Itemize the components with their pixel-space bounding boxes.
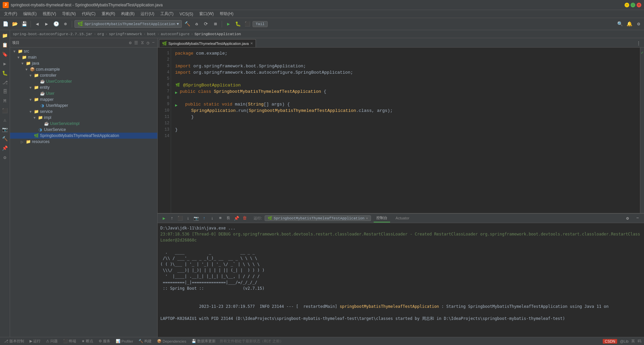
tree-item-main-app[interactable]: ▷ 🌿 SpringbootMybatisThymeleafTestApplic… [10, 133, 157, 139]
run-scroll-down-button[interactable]: ↓ [184, 215, 192, 222]
status-vcs[interactable]: ⎇ 版本控制 [3, 339, 25, 344]
tree-item-resources[interactable]: ▷ 📁 resources [10, 139, 157, 145]
status-terminal[interactable]: ⬛ 终端 [62, 339, 77, 344]
run-up-arrow-button[interactable]: ↑ [201, 215, 208, 222]
bookmarks-icon[interactable]: 🔖 [1, 50, 9, 58]
tree-item-impl[interactable]: ▼ 📁 impl [10, 115, 157, 121]
run-panel-minimize-button[interactable]: − [634, 215, 641, 222]
run-camera-button[interactable]: 📷 [193, 215, 200, 222]
maven-icon[interactable]: M [1, 97, 9, 105]
bc-boot[interactable]: boot [147, 32, 156, 36]
run-copy-button[interactable]: ⎘ [225, 215, 232, 222]
close-button[interactable]: ✕ [637, 3, 641, 7]
build-button[interactable]: 🔨 [183, 20, 191, 28]
run-stop-button[interactable]: ⬛ [176, 215, 184, 222]
new-file-button[interactable]: 📄 [1, 20, 9, 28]
run-tab-console[interactable]: 控制台 [374, 214, 390, 222]
menu-help[interactable]: 帮助(H) [217, 10, 236, 17]
sync-button[interactable]: ⟳ [202, 20, 210, 28]
menu-view[interactable]: 视图(V) [40, 10, 59, 17]
save-button[interactable]: 💾 [20, 20, 28, 28]
target-button[interactable]: ⊕ [61, 20, 69, 28]
status-build[interactable]: 🔨 构建 [137, 339, 153, 344]
problems-icon[interactable]: ⚠ [1, 116, 9, 124]
structure-icon[interactable]: 📋 [1, 41, 9, 49]
run-panel-settings-button[interactable]: ⚙ [624, 215, 631, 222]
tab-close-button[interactable]: ✕ [250, 42, 253, 45]
tree-item-userserviceimpl[interactable]: ▷ ☕ UserServiceImpl [10, 121, 157, 127]
menu-run[interactable]: 运行(U) [138, 10, 157, 17]
bc-org[interactable]: org [97, 32, 104, 36]
build-icon-left[interactable]: 🔨 [1, 135, 9, 143]
spring-gutter-icon[interactable]: 🌿 [175, 83, 180, 88]
tree-item-java[interactable]: ▼ 📁 java [10, 60, 157, 66]
bc-jar[interactable]: spring-boot-autoconfigure-2.7.15.jar [13, 32, 93, 36]
camera-icon[interactable]: 📷 [1, 125, 9, 133]
sidebar-settings-icon[interactable]: ⚙ [128, 40, 132, 46]
tree-item-service[interactable]: ▼ 📁 service [10, 109, 157, 115]
back-button[interactable]: ◀ [33, 20, 41, 28]
tree-item-entity[interactable]: ▼ 📁 entity [10, 84, 157, 90]
run-config-close-icon[interactable]: ✕ [366, 216, 368, 220]
menu-build[interactable]: 构建(B) [118, 10, 137, 17]
debug-icon-left[interactable]: 🐛 [1, 69, 9, 77]
menu-code[interactable]: 代码(C) [79, 10, 98, 17]
run-config-selector[interactable]: 🌿 SpringbootMybatisThymeleafTestApplicat… [74, 20, 182, 28]
pin-icon[interactable]: 📌 [1, 144, 9, 152]
menu-window[interactable]: 窗口(W) [197, 10, 216, 17]
run-tab-actuator[interactable]: Actuator [393, 215, 412, 222]
run-scroll-up-button[interactable]: ↑ [168, 215, 176, 222]
menu-vcs[interactable]: VCS(S) [177, 11, 196, 17]
bc-springframework[interactable]: springframework [109, 32, 142, 36]
status-dependencies[interactable]: 📦 Dependencies [156, 339, 187, 343]
status-services[interactable]: ⚙ 服务 [97, 339, 112, 344]
forward-button[interactable]: ▶ [43, 20, 51, 28]
tree-item-main[interactable]: ▼ 📁 main [10, 54, 157, 60]
run-format-button[interactable]: ≡ [217, 215, 224, 222]
terminal-icon[interactable]: ⬛ [1, 107, 9, 115]
database-icon[interactable]: 🗄 [1, 88, 9, 96]
run-down-arrow-button[interactable]: ↓ [209, 215, 216, 222]
run-settings-button[interactable]: 📌 [233, 215, 240, 222]
tree-item-src[interactable]: ▼ 📁 src [10, 48, 157, 54]
run-config-name-tab[interactable]: 🌿 SpringbootMybatisThymeleafTestApplicat… [265, 215, 371, 221]
recent-files-button[interactable]: 🕐 [52, 20, 60, 28]
tree-item-userservice[interactable]: ▷ ◑ UserService [10, 127, 157, 133]
tree-item-com-example[interactable]: ▼ 📦 com.example [10, 66, 157, 72]
tree-item-mapper[interactable]: ▼ 📁 mapper [10, 96, 157, 102]
status-db-update[interactable]: 💾 数据库更新 [190, 339, 217, 344]
search-button[interactable]: 🔍 [616, 20, 624, 28]
run-button[interactable]: ▶ [224, 20, 232, 28]
menu-edit[interactable]: 编辑(E) [20, 10, 39, 17]
open-button[interactable]: 📂 [11, 20, 19, 28]
stop-button[interactable]: ⬛ [243, 20, 251, 28]
maximize-button[interactable]: □ [631, 3, 635, 7]
sidebar-gear-icon[interactable]: ◷ [146, 40, 150, 46]
status-profiler[interactable]: 📊 Profiler [114, 339, 135, 343]
services-icon[interactable]: ⚙ [1, 153, 9, 161]
status-breakpoints[interactable]: ★ 断点 [80, 339, 95, 344]
minimize-button[interactable]: ─ [625, 3, 629, 7]
run-gutter-9[interactable]: ▶ [175, 102, 179, 107]
status-problems[interactable]: ⚠ 问题 [45, 339, 59, 344]
menu-refactor[interactable]: 重构(R) [99, 10, 118, 17]
tree-item-user[interactable]: ▷ ☕ User [10, 90, 157, 96]
debug-button[interactable]: 🐛 [234, 20, 242, 28]
run-trash-button[interactable]: 🗑 [241, 215, 248, 222]
settings-button[interactable]: ⚙ [635, 20, 643, 28]
sidebar-filter-icon[interactable]: ⧖ [140, 40, 145, 46]
tree-item-controller[interactable]: ▼ 📁 controller [10, 72, 157, 78]
status-run[interactable]: ▶ 运行 [28, 339, 42, 344]
menu-navigate[interactable]: 导航(N) [59, 10, 78, 17]
sidebar-layout-icon[interactable]: ☰ [133, 40, 139, 46]
sidebar-collapse-icon[interactable]: − [151, 40, 155, 46]
bc-autoconfigure[interactable]: autoconfigure [161, 32, 190, 36]
tree-item-usermapper[interactable]: ▷ ◑ UserMapper [10, 102, 157, 109]
something-button[interactable]: ⊞ [211, 20, 219, 28]
editor-menu-button[interactable]: ⋮ [635, 39, 643, 47]
git-icon[interactable]: ⎇ [1, 78, 9, 86]
rebuild-button[interactable]: ♻ [193, 20, 201, 28]
run-icon-left[interactable]: ▶ [1, 60, 9, 68]
tail-button[interactable]: Tail [253, 21, 267, 27]
run-restart-button[interactable]: ▶ [160, 215, 168, 222]
